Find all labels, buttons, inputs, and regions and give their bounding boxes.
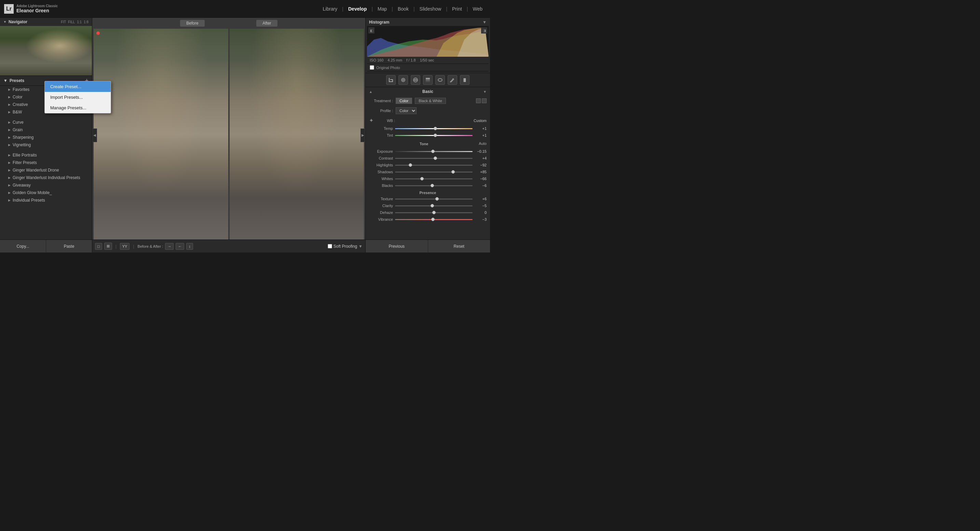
histogram-clip-highlights[interactable]: ◨	[481, 27, 487, 33]
zoom-fit[interactable]: FIT	[61, 20, 66, 24]
tint-slider[interactable]	[395, 133, 473, 138]
reset-button[interactable]: Reset	[428, 240, 490, 253]
context-import-presets[interactable]: Import Presets...	[45, 92, 92, 102]
preset-ginger-drone[interactable]: ▶ Ginger Wanderlust Drone	[0, 166, 92, 174]
preset-label: Golden Glow Mobile_	[13, 190, 52, 195]
preset-grain[interactable]: ▶ Grain	[0, 126, 92, 134]
layout-icon-1[interactable]	[476, 99, 481, 103]
preset-triangle: ▶	[8, 199, 11, 202]
texture-value: +6	[475, 197, 487, 201]
range-mask-tool[interactable]: ▐▌	[460, 75, 469, 85]
collapse-right-arrow[interactable]: ▶	[361, 129, 365, 142]
clarity-label: Clarity	[369, 203, 393, 208]
preset-ellie-portraits[interactable]: ▶ Ellie Portraits	[0, 151, 92, 159]
temp-slider[interactable]	[395, 126, 473, 131]
vibrance-slider[interactable]	[395, 217, 473, 222]
treatment-bw-button[interactable]: Black & White	[415, 98, 445, 104]
view-single-button[interactable]: □	[95, 243, 102, 250]
navigator-photo	[0, 26, 92, 76]
texture-slider[interactable]	[395, 197, 473, 201]
histogram-clip-shadows[interactable]: ◧	[368, 27, 374, 33]
before-after-text: Before & After :	[138, 244, 163, 248]
zoom-fill[interactable]: FILL	[68, 20, 75, 24]
nav-map[interactable]: Map	[374, 5, 390, 13]
profile-select[interactable]: Color	[396, 107, 417, 114]
navigator-preview	[0, 26, 92, 76]
navigator-controls: FIT FILL 1:1 1:8	[61, 20, 89, 24]
app-info: Adobe Lightroom Classic Eleanor Green	[16, 4, 58, 13]
temp-row: Temp +1	[366, 125, 490, 132]
preset-giveaway[interactable]: ▶ Giveaway	[0, 181, 92, 189]
heal-tool[interactable]	[398, 75, 408, 85]
soft-proofing-checkbox[interactable]	[328, 244, 332, 248]
preset-golden-glow[interactable]: ▶ Golden Glow Mobile_	[0, 189, 92, 197]
preset-individual[interactable]: ▶ Individual Presets	[0, 197, 92, 204]
original-photo-checkbox[interactable]	[370, 65, 374, 70]
context-create-preset[interactable]: Create Preset...	[45, 81, 92, 92]
exposure-slider[interactable]	[395, 149, 473, 154]
soft-proofing-dropdown[interactable]: ▼	[358, 244, 363, 249]
original-photo-row: Original Photo	[367, 64, 488, 72]
histogram-dropdown[interactable]: ▼	[482, 20, 487, 25]
blacks-slider[interactable]	[395, 183, 473, 188]
auto-button[interactable]: Auto	[479, 141, 487, 146]
layout-icon-2[interactable]	[482, 99, 487, 103]
preset-curve[interactable]: ▶ Curve	[0, 119, 92, 126]
texture-row: Texture +6	[366, 196, 490, 202]
crop-tool[interactable]	[386, 75, 396, 85]
preset-triangle: ▶	[8, 143, 11, 146]
nav-book[interactable]: Book	[395, 5, 412, 13]
preset-label: Filter Presets	[13, 160, 37, 165]
vibrance-row: Vibrance −3	[366, 216, 490, 223]
lr-icon: Lr	[4, 4, 14, 14]
highlights-slider[interactable]	[395, 163, 473, 167]
preset-ginger-individual[interactable]: ▶ Ginger Wanderlust Individual Presets	[0, 174, 92, 181]
treatment-color-button[interactable]: Color	[396, 98, 412, 104]
presence-title: Presence	[366, 189, 490, 196]
radial-tool[interactable]	[435, 75, 445, 85]
nav-library[interactable]: Library	[320, 5, 341, 13]
preset-vignetting[interactable]: ▶ Vignetting	[0, 141, 92, 149]
previous-button[interactable]: Previous	[366, 240, 428, 253]
copy-button[interactable]: Copy...	[0, 240, 46, 253]
after-photo-image	[230, 29, 364, 240]
prev-step-button[interactable]: ←	[176, 243, 184, 250]
collapse-left-arrow[interactable]: ◀	[92, 129, 97, 142]
before-label: Before	[180, 20, 204, 27]
eyedropper-icon[interactable]: ✦	[369, 117, 376, 124]
nav-print[interactable]: Print	[449, 5, 465, 13]
yy-button[interactable]: YY	[120, 243, 130, 250]
preset-sharpening[interactable]: ▶ Sharpening	[0, 134, 92, 141]
zoom-1-8[interactable]: 1:8	[84, 20, 89, 24]
nav-web[interactable]: Web	[469, 5, 486, 13]
whites-slider[interactable]	[395, 176, 473, 181]
clarity-slider[interactable]	[395, 203, 473, 208]
zoom-1-1[interactable]: 1:1	[77, 20, 82, 24]
tool-row: ▐▌	[366, 73, 490, 87]
brush-tool[interactable]	[448, 75, 457, 85]
redeye-tool[interactable]	[411, 75, 420, 85]
basic-expand-icon: ▼	[483, 90, 487, 94]
dehaze-slider[interactable]	[395, 210, 473, 215]
navigator-header[interactable]: ▼ Navigator FIT FILL 1:1 1:8	[0, 18, 92, 26]
preset-label: Vignetting	[13, 143, 31, 147]
orient-button[interactable]: ↕	[186, 243, 193, 250]
preset-filter-presets[interactable]: ▶ Filter Presets	[0, 159, 92, 166]
view-grid-button[interactable]: ⊞	[104, 243, 112, 250]
graduated-tool[interactable]	[423, 75, 433, 85]
paste-button[interactable]: Paste	[46, 240, 92, 253]
contrast-slider[interactable]	[395, 156, 473, 161]
preset-label: Ginger Wanderlust Drone	[13, 168, 59, 173]
preset-triangle: ▶	[8, 103, 11, 106]
swap-button[interactable]: →	[165, 243, 173, 250]
basic-section-header[interactable]: ▲ Basic ▼	[366, 87, 490, 96]
nav-slideshow[interactable]: Slideshow	[416, 5, 445, 13]
main-layout: ▼ Navigator FIT FILL 1:1 1:8 ▼ Presets +…	[0, 18, 490, 253]
shadows-slider[interactable]	[395, 170, 473, 174]
context-manage-presets[interactable]: Manage Presets...	[45, 102, 92, 113]
contrast-row: Contrast +4	[366, 155, 490, 162]
nav-develop[interactable]: Develop	[345, 5, 370, 13]
svg-rect-6	[426, 81, 430, 82]
tint-value: +1	[475, 133, 487, 137]
preset-triangle: ▶	[8, 95, 11, 99]
